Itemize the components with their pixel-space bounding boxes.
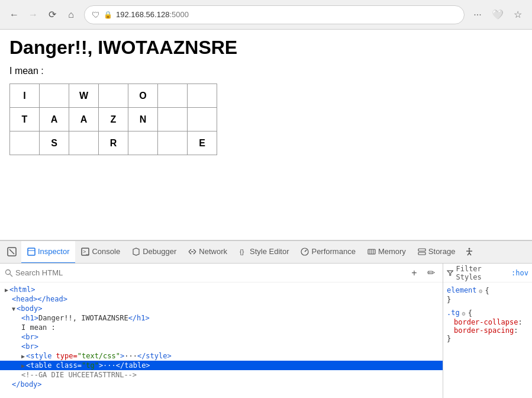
lock-icon: 🔒 bbox=[104, 11, 112, 19]
style-collapse-arrow: ▶ bbox=[21, 353, 25, 360]
tg-gear-icon: ⚙ bbox=[462, 310, 466, 317]
address-port: :5000 bbox=[169, 10, 189, 19]
svg-line-1 bbox=[9, 249, 14, 254]
svg-line-20 bbox=[10, 274, 12, 277]
body-collapse-arrow: ▼ bbox=[12, 306, 15, 312]
pointer-icon bbox=[7, 247, 17, 256]
nav-buttons: ← → ⟳ ⌂ bbox=[6, 7, 79, 23]
svg-line-18 bbox=[469, 253, 471, 255]
html-toolbar: + ✏ bbox=[0, 264, 443, 283]
performance-label: Performance bbox=[311, 247, 355, 256]
html-line-h1[interactable]: <h1>Danger!!, IWOTAAZNSRE</h1> bbox=[0, 313, 443, 323]
hover-label[interactable]: :hov bbox=[511, 269, 528, 277]
reload-button[interactable]: ⟳ bbox=[44, 7, 60, 23]
filter-styles-label: Filter Styles bbox=[456, 265, 509, 281]
shield-icon: 🛡 bbox=[92, 10, 100, 20]
svg-text:>_: >_ bbox=[83, 249, 89, 255]
toolbar-right: ··· 🤍 ☆ bbox=[469, 7, 526, 23]
html-line-br2[interactable]: <br> bbox=[0, 342, 443, 351]
devtools-tabs: Inspector >_ Console Debugger Network {}… bbox=[0, 241, 532, 264]
forward-button[interactable]: → bbox=[25, 7, 41, 23]
inspector-label: Inspector bbox=[38, 247, 69, 256]
style-editor-label: Style Editor bbox=[250, 247, 289, 256]
network-label: Network bbox=[199, 247, 227, 256]
devtools: Inspector >_ Console Debugger Network {}… bbox=[0, 240, 532, 398]
tab-debugger[interactable]: Debugger bbox=[126, 241, 182, 264]
address-url: 192.168.56.128:5000 bbox=[116, 10, 189, 19]
network-icon bbox=[188, 248, 196, 256]
collapse-arrow: ▶ bbox=[5, 287, 8, 293]
back-button[interactable]: ← bbox=[6, 7, 22, 23]
html-line-body-open[interactable]: ▼<body> bbox=[0, 304, 443, 313]
html-line-table[interactable]: ▶<table class="tg">···</table> bbox=[0, 361, 443, 370]
svg-text:{}: {} bbox=[240, 248, 244, 255]
inspector-icon bbox=[27, 248, 36, 256]
element-gear-icon: ⚙ bbox=[479, 288, 483, 294]
table-collapse-arrow: ▶ bbox=[21, 362, 25, 369]
svg-rect-2 bbox=[28, 248, 35, 255]
memory-icon bbox=[367, 248, 376, 256]
html-line-style[interactable]: ▶<style type="text/css">···</style> bbox=[0, 351, 443, 361]
html-panel: + ✏ ▶<html> <head></head> ▼<body> <h1>Da… bbox=[0, 264, 443, 398]
svg-point-19 bbox=[6, 269, 11, 274]
page-subtitle: I mean : bbox=[9, 66, 523, 76]
html-line-comment[interactable]: <!--GA DIE UHCEETASTTRNL--> bbox=[0, 370, 443, 380]
style-rule-tg: .tg ⚙ { border-collapse: border-spacing:… bbox=[447, 309, 528, 343]
browser-chrome: ← → ⟳ ⌂ 🛡 🔒 192.168.56.128:5000 ··· 🤍 ☆ bbox=[0, 0, 532, 30]
debugger-icon bbox=[132, 248, 140, 256]
tab-network[interactable]: Network bbox=[182, 241, 233, 264]
svg-point-14 bbox=[469, 248, 470, 249]
pick-element-button[interactable]: ✏ bbox=[424, 266, 438, 280]
star-button[interactable]: ☆ bbox=[510, 7, 526, 23]
address-bar[interactable]: 🛡 🔒 192.168.56.128:5000 bbox=[84, 5, 465, 24]
storage-icon bbox=[418, 248, 426, 256]
search-html-input[interactable] bbox=[15, 268, 405, 277]
style-editor-icon: {} bbox=[239, 248, 247, 256]
html-tree[interactable]: ▶<html> <head></head> ▼<body> <h1>Danger… bbox=[0, 283, 443, 398]
console-label: Console bbox=[92, 247, 120, 256]
memory-label: Memory bbox=[378, 247, 406, 256]
devtools-body: + ✏ ▶<html> <head></head> ▼<body> <h1>Da… bbox=[0, 264, 532, 398]
styles-content: element ⚙ { } .tg ⚙ { border-collapse: b… bbox=[443, 283, 532, 398]
html-line-text[interactable]: I mean : bbox=[0, 323, 443, 332]
address-host: 192.168.56.128 bbox=[116, 10, 169, 19]
storage-label: Storage bbox=[428, 247, 456, 256]
page-title: Danger!!, IWOTAAZNSRE bbox=[9, 37, 523, 59]
home-button[interactable]: ⌂ bbox=[63, 7, 79, 23]
filter-styles-icon bbox=[447, 269, 453, 277]
tab-inspector[interactable]: Inspector bbox=[21, 241, 75, 264]
add-node-button[interactable]: + bbox=[407, 266, 421, 280]
page-content: Danger!!, IWOTAAZNSRE I mean : I W O T A… bbox=[0, 30, 532, 240]
performance-icon bbox=[301, 248, 309, 256]
tab-style-editor[interactable]: {} Style Editor bbox=[233, 241, 295, 264]
table-row: I W O bbox=[10, 84, 217, 108]
bookmark-heart-button[interactable]: 🤍 bbox=[489, 7, 506, 23]
svg-rect-13 bbox=[418, 252, 425, 255]
word-table: I W O T A A Z N S R E bbox=[9, 84, 217, 155]
html-line-head[interactable]: <head></head> bbox=[0, 294, 443, 304]
styles-panel: Filter Styles :hov element ⚙ { } .tg ⚙ bbox=[443, 264, 532, 398]
tab-console[interactable]: >_ Console bbox=[75, 241, 126, 264]
table-row: T A A Z N bbox=[10, 108, 217, 131]
tab-accessibility[interactable] bbox=[461, 241, 478, 264]
tab-pointer[interactable] bbox=[2, 241, 21, 264]
debugger-label: Debugger bbox=[143, 247, 176, 256]
tab-performance[interactable]: Performance bbox=[295, 241, 361, 264]
html-line-br1[interactable]: <br> bbox=[0, 332, 443, 342]
table-row: S R E bbox=[10, 131, 217, 155]
style-rule-element: element ⚙ { } bbox=[447, 286, 528, 304]
more-button[interactable]: ··· bbox=[469, 7, 486, 23]
html-line-html[interactable]: ▶<html> bbox=[0, 285, 443, 294]
search-icon bbox=[5, 269, 13, 277]
tab-storage[interactable]: Storage bbox=[412, 241, 462, 264]
console-icon: >_ bbox=[81, 248, 89, 256]
accessibility-icon bbox=[465, 247, 474, 256]
html-line-body-close[interactable]: </body> bbox=[0, 380, 443, 389]
svg-rect-12 bbox=[418, 249, 425, 251]
tab-memory[interactable]: Memory bbox=[362, 241, 412, 264]
styles-toolbar: Filter Styles :hov bbox=[443, 264, 532, 283]
